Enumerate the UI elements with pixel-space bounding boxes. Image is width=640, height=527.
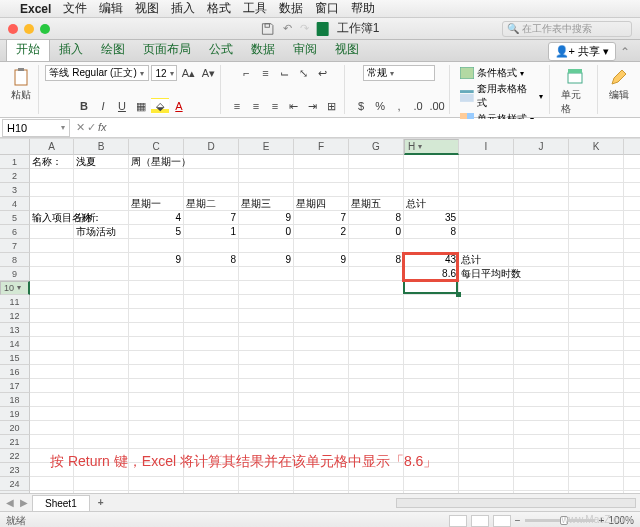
menu-help[interactable]: 帮助 xyxy=(351,0,375,17)
cell-A19[interactable] xyxy=(30,407,74,421)
inc-decimal-icon[interactable]: .0 xyxy=(409,98,427,114)
row-header-3[interactable]: 3 xyxy=(0,183,30,197)
cell-E6[interactable]: 0 xyxy=(239,225,294,239)
cell-K14[interactable] xyxy=(569,337,624,351)
cell-J17[interactable] xyxy=(514,379,569,393)
cell-K22[interactable] xyxy=(569,449,624,463)
align-left-icon[interactable]: ≡ xyxy=(228,98,246,114)
row-header-16[interactable]: 16 xyxy=(0,365,30,379)
cell-A4[interactable] xyxy=(30,197,74,211)
cell-E13[interactable] xyxy=(239,323,294,337)
row-header-17[interactable]: 17 xyxy=(0,379,30,393)
cell-C11[interactable] xyxy=(129,295,184,309)
cell-C6[interactable]: 5 xyxy=(129,225,184,239)
cell-J1[interactable] xyxy=(514,155,569,169)
cell-H1[interactable] xyxy=(404,155,459,169)
cell-A21[interactable] xyxy=(30,435,74,449)
cell-L8[interactable] xyxy=(624,253,640,267)
cell-D9[interactable] xyxy=(184,267,239,281)
align-center-icon[interactable]: ≡ xyxy=(247,98,265,114)
cell-C21[interactable] xyxy=(129,435,184,449)
cell-D17[interactable] xyxy=(184,379,239,393)
confirm-formula-icon[interactable]: ✓ xyxy=(87,121,96,134)
cell-K20[interactable] xyxy=(569,421,624,435)
cell-J16[interactable] xyxy=(514,365,569,379)
cell-F13[interactable] xyxy=(294,323,349,337)
cell-I8[interactable]: 总计 xyxy=(459,253,514,267)
cell-G19[interactable] xyxy=(349,407,404,421)
tab-review[interactable]: 审阅 xyxy=(284,38,326,61)
cell-D7[interactable] xyxy=(184,239,239,253)
cell-F9[interactable] xyxy=(294,267,349,281)
col-header-K[interactable]: K xyxy=(569,139,624,155)
cell-L19[interactable] xyxy=(624,407,640,421)
cell-K4[interactable] xyxy=(569,197,624,211)
cell-A24[interactable] xyxy=(30,477,74,491)
cell-A12[interactable] xyxy=(30,309,74,323)
cell-L10[interactable] xyxy=(624,281,640,295)
sheet-tab[interactable]: Sheet1 xyxy=(32,495,90,511)
cell-G12[interactable] xyxy=(349,309,404,323)
cell-A18[interactable] xyxy=(30,393,74,407)
col-header-D[interactable]: D xyxy=(184,139,239,155)
cell-C15[interactable] xyxy=(129,351,184,365)
cell-G1[interactable] xyxy=(349,155,404,169)
cell-G5[interactable]: 8 xyxy=(349,211,404,225)
cell-H14[interactable] xyxy=(404,337,459,351)
cell-H15[interactable] xyxy=(404,351,459,365)
cell-H17[interactable] xyxy=(404,379,459,393)
row-header-4[interactable]: 4 xyxy=(0,197,30,211)
cell-C12[interactable] xyxy=(129,309,184,323)
cell-L25[interactable] xyxy=(624,491,640,493)
col-header-L[interactable]: L xyxy=(624,139,640,155)
indent-right-icon[interactable]: ⇥ xyxy=(304,98,322,114)
cells-button[interactable]: 单元格 xyxy=(558,65,593,118)
sheet-nav-prev-icon[interactable]: ◀ xyxy=(4,497,16,508)
row-header-22[interactable]: 22 xyxy=(0,449,30,463)
view-break-icon[interactable] xyxy=(493,515,511,527)
col-header-I[interactable]: I xyxy=(459,139,514,155)
cell-K16[interactable] xyxy=(569,365,624,379)
close-window-icon[interactable] xyxy=(8,24,18,34)
cell-F14[interactable] xyxy=(294,337,349,351)
cell-C13[interactable] xyxy=(129,323,184,337)
cell-B24[interactable] xyxy=(74,477,129,491)
cell-C3[interactable] xyxy=(129,183,184,197)
cell-L18[interactable] xyxy=(624,393,640,407)
cell-I6[interactable] xyxy=(459,225,514,239)
cell-L3[interactable] xyxy=(624,183,640,197)
cell-H6[interactable]: 8 xyxy=(404,225,459,239)
cell-I11[interactable] xyxy=(459,295,514,309)
cell-G11[interactable] xyxy=(349,295,404,309)
cell-B14[interactable] xyxy=(74,337,129,351)
cell-L12[interactable] xyxy=(624,309,640,323)
underline-button[interactable]: U xyxy=(113,98,131,114)
formula-input[interactable] xyxy=(111,119,640,137)
cell-C7[interactable] xyxy=(129,239,184,253)
cell-D12[interactable] xyxy=(184,309,239,323)
cell-F19[interactable] xyxy=(294,407,349,421)
cell-F11[interactable] xyxy=(294,295,349,309)
cell-H13[interactable] xyxy=(404,323,459,337)
cell-K15[interactable] xyxy=(569,351,624,365)
cell-B21[interactable] xyxy=(74,435,129,449)
cell-E12[interactable] xyxy=(239,309,294,323)
row-header-20[interactable]: 20 xyxy=(0,421,30,435)
cell-G3[interactable] xyxy=(349,183,404,197)
paste-button[interactable]: 粘贴 xyxy=(8,65,34,104)
cell-D10[interactable] xyxy=(184,281,239,295)
cell-A3[interactable] xyxy=(30,183,74,197)
row-header-25[interactable]: 25 xyxy=(0,491,30,493)
sheet-search-input[interactable]: 🔍 在工作表中搜索 xyxy=(502,21,632,37)
maximize-window-icon[interactable] xyxy=(40,24,50,34)
cell-J25[interactable] xyxy=(514,491,569,493)
cancel-formula-icon[interactable]: ✕ xyxy=(76,121,85,134)
col-header-F[interactable]: F xyxy=(294,139,349,155)
cell-A7[interactable] xyxy=(30,239,74,253)
view-normal-icon[interactable] xyxy=(449,515,467,527)
cell-J11[interactable] xyxy=(514,295,569,309)
cell-H21[interactable] xyxy=(404,435,459,449)
share-button[interactable]: 👤+共享▾ xyxy=(548,42,616,61)
cell-L21[interactable] xyxy=(624,435,640,449)
cell-K12[interactable] xyxy=(569,309,624,323)
